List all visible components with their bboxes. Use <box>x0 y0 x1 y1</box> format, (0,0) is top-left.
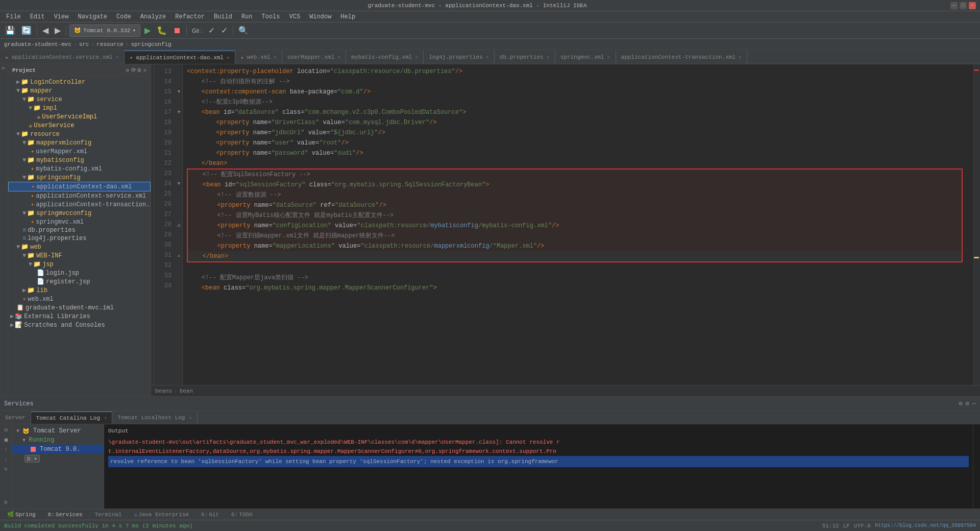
srv-tree-tomcat90[interactable]: Tomcat 9.0. <box>12 445 104 454</box>
tree-item-mybatisconfig[interactable]: ▼ 📁 mybatisconfig <box>8 156 151 164</box>
tree-item-springmvcconfig[interactable]: ▼ 📁 springmvcconfig <box>8 209 151 218</box>
tree-item-usermapper[interactable]: ✦ userMapper.xml <box>8 147 151 156</box>
tab-close-dao[interactable]: ✕ <box>227 55 230 61</box>
tab-close-service[interactable]: ✕ <box>116 54 119 60</box>
run-button[interactable]: ▶ <box>142 25 153 37</box>
srv-d-selector[interactable]: D ▾ <box>12 455 104 463</box>
close-panel-icon[interactable]: ✕ <box>143 67 146 74</box>
srv-tab-localhost[interactable]: Tomcat Localhost Log ✕ <box>112 412 197 424</box>
tree-item-extlibs[interactable]: ▶ 📚 External Libraries <box>8 312 151 321</box>
menu-vcs[interactable]: VCS <box>285 12 305 21</box>
expand-icon[interactable]: ⊞ <box>138 67 141 74</box>
breadcrumb-springconfig[interactable]: springconfig <box>131 41 171 47</box>
tree-item-web[interactable]: ▼ 📁 web <box>8 243 151 251</box>
breadcrumb-src[interactable]: src <box>79 41 89 47</box>
tree-item-jsp[interactable]: ▼ 📁 jsp <box>8 260 151 269</box>
back-button[interactable]: ◀ <box>40 25 51 37</box>
tree-item-logincontroller[interactable]: ▶ 📁 LoginController <box>8 78 151 86</box>
menu-file[interactable]: File <box>2 12 25 21</box>
tab-log4j[interactable]: log4j.properties ✕ <box>424 51 495 64</box>
tree-item-webinf[interactable]: ▼ 📁 WEB-INF <box>8 251 151 260</box>
tree-item-dbprops[interactable]: ≡ db.properties <box>8 226 151 234</box>
fold-arrow-15[interactable]: ▼ <box>176 87 182 97</box>
sync-icon[interactable]: ⟳ <box>131 67 136 74</box>
tree-item-service[interactable]: ▼ 📁 service <box>8 95 151 104</box>
tab-close-web[interactable]: ✕ <box>274 54 277 60</box>
settings-icon[interactable]: ⚙ <box>959 400 962 407</box>
bottom-tool-services[interactable]: 8:Services <box>45 511 86 519</box>
tree-item-mapperxmlconfig[interactable]: ▼ 📁 mapperxmlconfig <box>8 138 151 147</box>
tree-item-userservice[interactable]: ☕ UserService <box>8 121 151 130</box>
tab-close-transaction[interactable]: ✕ <box>739 54 742 60</box>
breadcrumb-resource[interactable]: resource <box>96 41 124 47</box>
srv-tool-filter[interactable]: ≡ <box>2 465 10 473</box>
tree-item-resource[interactable]: ▼ 📁 resource <box>8 130 151 138</box>
tree-item-webxml[interactable]: ✦ web.xml <box>8 295 151 303</box>
menu-code[interactable]: Code <box>112 12 135 21</box>
right-scroll-indicator[interactable] <box>973 64 980 385</box>
srv-tab-catalina[interactable]: Tomcat Catalina Log ✕ <box>31 412 113 424</box>
stop-button[interactable]: ⏹ <box>171 25 183 37</box>
fold-arrow-17[interactable]: ▼ <box>176 107 182 117</box>
tree-item-mapper[interactable]: ▼ 📁 mapper <box>8 86 151 95</box>
code-editor[interactable]: <context:property-placeholder location="… <box>183 64 973 385</box>
tab-close-mybatis[interactable]: ✕ <box>415 54 418 60</box>
tab-mybatisconfig[interactable]: mybatis-config.xml ✕ <box>346 51 424 64</box>
tree-item-registerjsp[interactable]: 📄 register.jsp <box>8 277 151 286</box>
tree-item-appcontext-dao[interactable]: ✦ applicationContext-dao.xml <box>8 182 151 191</box>
tree-item-loginjsp[interactable]: 📄 login.jsp <box>8 269 151 277</box>
tab-webxml[interactable]: ✦ web.xml ✕ <box>235 51 282 64</box>
maximize-button[interactable]: □ <box>960 2 967 9</box>
forward-button[interactable]: ▶ <box>53 25 63 37</box>
vcs-commit[interactable]: ✓ <box>219 25 230 37</box>
tab-close-localhost[interactable]: ✕ <box>189 415 191 421</box>
tree-item-appcontext-transaction[interactable]: ✦ applicationContext-transaction.xml <box>8 200 151 209</box>
vcs-update[interactable]: ✓ <box>206 25 217 37</box>
tree-item-userserviceimpl[interactable]: ☕ UserServiceImpl <box>8 112 151 121</box>
minimize-button[interactable]: ─ <box>950 2 958 9</box>
debug-button[interactable]: 🐛 <box>155 25 169 37</box>
tab-appcontext-dao[interactable]: ✦ applicationContext-dao.xml ✕ <box>125 51 235 64</box>
tree-item-log4j[interactable]: ≡ log4j.properties <box>8 234 151 243</box>
output-scrollbar[interactable] <box>973 424 980 509</box>
srv-tree-tomcat-server[interactable]: ▼ 🐱 Tomcat Server <box>12 426 104 436</box>
tree-item-springconfig[interactable]: ▼ 📁 springconfig <box>8 173 151 182</box>
status-position[interactable]: 51:12 <box>822 523 839 529</box>
tree-item-iml[interactable]: 📋 graduate-student-mvc.iml <box>8 303 151 312</box>
minimize-services-icon[interactable]: ─ <box>972 400 976 407</box>
tab-springmvc[interactable]: springmvc.xml ✕ <box>555 51 616 64</box>
bottom-tool-spring[interactable]: 🌿Spring <box>4 510 39 519</box>
menu-analyze[interactable]: Analyze <box>136 12 170 21</box>
status-lf[interactable]: LF <box>843 523 850 529</box>
srv-tree-running[interactable]: ▼ Running <box>12 436 104 445</box>
tree-item-lib[interactable]: ▶ 📁 lib <box>8 286 151 295</box>
status-url[interactable]: https://blog.csdn.net/qq_35097504 <box>875 523 976 528</box>
srv-tool-down[interactable]: ↓ <box>2 455 10 464</box>
tab-appcontext-transaction[interactable]: applicationContext-transaction.xml ✕ <box>616 51 747 64</box>
tree-item-appcontext-service[interactable]: ✦ applicationContext-service.xml <box>8 191 151 200</box>
menu-build[interactable]: Build <box>210 12 236 21</box>
tab-dbprops[interactable]: db.properties ✕ <box>495 51 555 64</box>
run-config-selector[interactable]: 🐱 Tomcat 9.0.332 ▾ <box>69 25 140 37</box>
activity-project[interactable]: P <box>2 66 7 69</box>
save-button[interactable]: 💾 <box>3 25 17 37</box>
tab-close-springmvc[interactable]: ✕ <box>607 54 610 60</box>
tab-usermapper[interactable]: userMapper.xml ✕ <box>282 51 346 64</box>
sync-button[interactable]: 🔄 <box>19 25 34 37</box>
tab-close-usermapper[interactable]: ✕ <box>337 54 340 60</box>
menu-navigate[interactable]: Navigate <box>74 12 111 21</box>
bottom-tool-git[interactable]: 6:Git <box>198 511 222 519</box>
srv-tool-rerun[interactable]: ⟳ <box>2 426 10 435</box>
menu-window[interactable]: Window <box>305 12 335 21</box>
srv-tool-stop[interactable]: ⏹ <box>2 436 10 444</box>
menu-run[interactable]: Run <box>237 12 257 21</box>
tab-close-log4j[interactable]: ✕ <box>486 54 489 60</box>
close-button[interactable]: ✕ <box>969 2 976 9</box>
bottom-tool-todo[interactable]: 6:TODO <box>228 511 256 519</box>
tree-item-scratches[interactable]: ▶ 📝 Scratches and Consoles <box>8 321 151 329</box>
srv-tool-settings[interactable]: ⚙ <box>2 498 10 506</box>
tab-close-db[interactable]: ✕ <box>547 54 550 60</box>
breadcrumb-project[interactable]: graduate-student-mvc <box>4 41 71 47</box>
srv-tool-up[interactable]: ↑ <box>2 446 10 454</box>
menu-refactor[interactable]: Refactor <box>171 12 209 21</box>
